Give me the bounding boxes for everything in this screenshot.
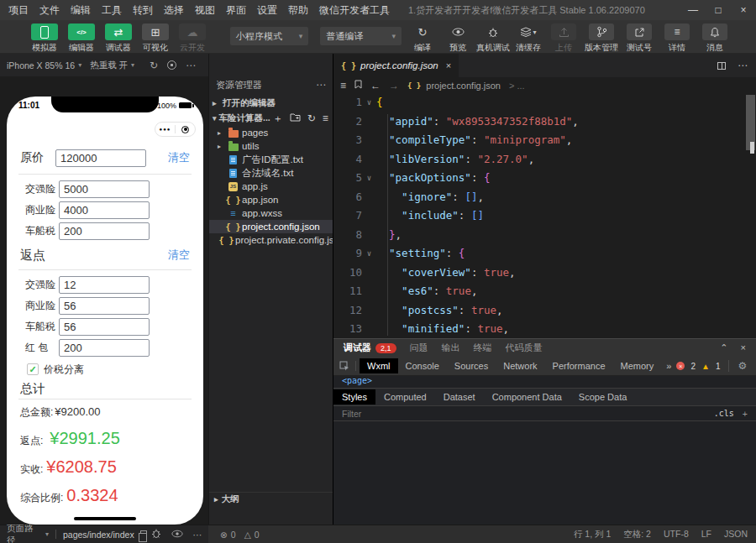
status-item[interactable]: UTF-8 [664, 529, 689, 540]
styles-tab-Dataset[interactable]: Dataset [435, 389, 484, 405]
toolbar-button-编辑器[interactable]: </>编辑器 [64, 23, 99, 54]
hot-reload-toggle[interactable]: 热重载 开 [90, 60, 128, 71]
field-input[interactable]: 12 [59, 276, 150, 294]
menu-icon[interactable]: ≡ [340, 80, 346, 91]
styles-tab-Scope-Data[interactable]: Scope Data [570, 389, 635, 405]
debugger-tab-调试器[interactable]: 调试器2,1 [344, 342, 396, 354]
menu-item-界面[interactable]: 界面 [226, 3, 246, 18]
more-icon[interactable]: ●●● [155, 127, 175, 132]
more-icon[interactable]: ⋯ [316, 79, 326, 91]
split-editor-icon[interactable] [717, 62, 726, 70]
mode-dropdown[interactable]: 小程序模式 ▾ [230, 27, 308, 45]
error-count[interactable]: 2 [690, 362, 696, 371]
field-input[interactable]: 200 [59, 339, 150, 357]
tab-project-config-json[interactable]: { } project.config.json × [333, 54, 459, 77]
copy-icon[interactable] [140, 530, 147, 538]
refresh-icon[interactable]: ↻ [150, 60, 158, 71]
devtools-tab-Wxml[interactable]: Wxml [360, 358, 398, 373]
devtools-tab-Network[interactable]: Network [496, 358, 544, 373]
maximize-button[interactable]: □ [706, 4, 731, 16]
field-input[interactable]: 5000 [59, 180, 150, 198]
toolbar-button-消息[interactable]: 消息 [697, 23, 732, 54]
menu-item-项目[interactable]: 项目 [8, 3, 29, 18]
compile-mode-dropdown[interactable]: 普通编译 ▾ [320, 27, 402, 45]
devtools-tab-Sources[interactable]: Sources [447, 358, 496, 373]
status-error-count[interactable]: 0 [231, 530, 236, 540]
toolbar-button-清缓存[interactable]: ▾清缓存 [511, 23, 546, 54]
toolbar-button-模拟器[interactable]: 模拟器 [27, 23, 62, 54]
file-tree-item-utils[interactable]: ▸utils [209, 139, 333, 153]
field-input[interactable]: 200 [59, 222, 150, 240]
new-folder-icon[interactable] [290, 112, 301, 124]
project-section[interactable]: ▾ 车险计算器... ＋ ↻ ≡ [209, 111, 333, 126]
menu-item-视图[interactable]: 视图 [195, 3, 215, 18]
status-item[interactable]: JSON [724, 529, 748, 540]
menu-item-文件[interactable]: 文件 [39, 3, 60, 18]
open-editors-section[interactable]: ▸ 打开的编辑器 [209, 96, 333, 111]
file-tree-item-pages[interactable]: ▸pages [209, 126, 333, 139]
file-tree-item-app.js[interactable]: JSapp.js [209, 180, 333, 193]
more-icon[interactable]: ⋯ [738, 60, 748, 71]
error-icon[interactable]: ⊗ [220, 530, 228, 540]
toolbar-button-版本管理[interactable]: 版本管理 [584, 23, 619, 54]
collapse-panel-icon[interactable]: ⌃ [720, 342, 727, 353]
close-button[interactable]: × [731, 4, 756, 16]
file-tree-item-合法域名.txt[interactable]: 合法域名.txt [209, 166, 333, 180]
device-selector[interactable]: iPhone X 85% 16 [7, 60, 75, 70]
field-input[interactable]: 56 [59, 297, 150, 315]
status-item[interactable]: 行 1, 列 1 [574, 529, 611, 540]
bug-icon[interactable] [151, 528, 161, 540]
add-style-icon[interactable]: + [743, 409, 748, 419]
toolbar-button-预览[interactable]: 预览 [440, 23, 475, 54]
refresh-icon[interactable]: ↻ [307, 112, 316, 124]
inspect-element-icon[interactable] [333, 361, 356, 371]
debugger-tab-问题[interactable]: 问题 [410, 342, 428, 354]
devtools-tab-Memory[interactable]: Memory [613, 358, 662, 373]
new-file-icon[interactable]: ＋ [273, 112, 283, 126]
breadcrumb-file[interactable]: project.config.json [426, 81, 501, 91]
more-icon[interactable]: ⋯ [186, 60, 196, 71]
file-tree-item-广告ID配置.txt[interactable]: 广告ID配置.txt [209, 153, 333, 166]
debugger-tab-输出[interactable]: 输出 [442, 342, 460, 354]
code-area[interactable]: 1∨{2 "appid": "wx8953347352f88b1d",3 "co… [333, 93, 756, 338]
stop-icon[interactable] [167, 60, 176, 70]
status-item[interactable]: 空格: 2 [623, 529, 651, 540]
clear-link[interactable]: 清空 [168, 150, 190, 165]
kebab-menu-icon[interactable]: ⋮ [753, 360, 756, 372]
close-icon[interactable]: × [741, 342, 746, 353]
toolbar-button-上传[interactable]: 上传 [546, 23, 581, 54]
clear-link[interactable]: 清空 [168, 248, 190, 263]
styles-tab-Styles[interactable]: Styles [333, 389, 375, 405]
page-path-value[interactable]: pages/index/index [63, 530, 134, 540]
devtools-tab-Console[interactable]: Console [398, 358, 447, 373]
toolbar-button-可视化[interactable]: ⊞可视化 [138, 23, 173, 54]
bookmark-icon[interactable] [354, 80, 362, 91]
menu-item-选择[interactable]: 选择 [164, 3, 184, 18]
styles-filter-input[interactable]: Filter [342, 409, 361, 419]
exit-target-icon[interactable] [176, 126, 195, 133]
menu-item-编辑[interactable]: 编辑 [71, 3, 91, 18]
minimize-button[interactable]: — [680, 4, 706, 16]
more-icon[interactable]: ⋯ [193, 530, 202, 540]
status-warning-count[interactable]: 0 [255, 530, 260, 540]
toolbar-button-测试号[interactable]: 测试号 [622, 23, 657, 54]
menu-item-帮助[interactable]: 帮助 [288, 3, 308, 18]
menu-item-微信开发者工具[interactable]: 微信开发者工具 [319, 3, 390, 18]
status-item[interactable]: LF [701, 529, 711, 540]
outline-section[interactable]: ▸ 大纲 [209, 492, 333, 506]
field-input[interactable]: 4000 [59, 201, 150, 219]
debugger-tab-代码质量[interactable]: 代码质量 [506, 342, 543, 354]
miniprogram-capsule[interactable]: ●●● [155, 122, 196, 137]
back-icon[interactable]: ← [370, 80, 381, 91]
menu-item-设置[interactable]: 设置 [257, 3, 277, 18]
wxml-element-node[interactable]: <page> [333, 376, 756, 388]
gear-icon[interactable]: ⚙ [738, 360, 747, 372]
warning-icon[interactable]: △ [244, 530, 251, 540]
file-tree-item-project.config.json[interactable]: { }project.config.json [209, 220, 333, 233]
styles-tab-Computed[interactable]: Computed [375, 389, 435, 405]
debugger-tab-终端[interactable]: 终端 [474, 342, 492, 354]
warning-count[interactable]: 1 [716, 362, 721, 371]
more-tabs-icon[interactable]: » [661, 361, 676, 371]
field-input[interactable]: 56 [59, 318, 150, 336]
toolbar-button-调试器[interactable]: ⇄调试器 [101, 23, 136, 54]
